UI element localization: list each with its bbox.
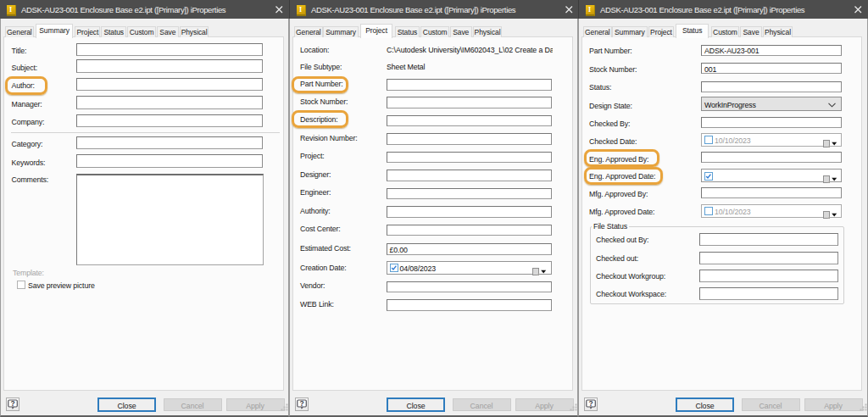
svg-text:?: ? bbox=[299, 399, 303, 408]
svg-text:?: ? bbox=[588, 399, 593, 408]
svg-text:?: ? bbox=[10, 399, 14, 408]
